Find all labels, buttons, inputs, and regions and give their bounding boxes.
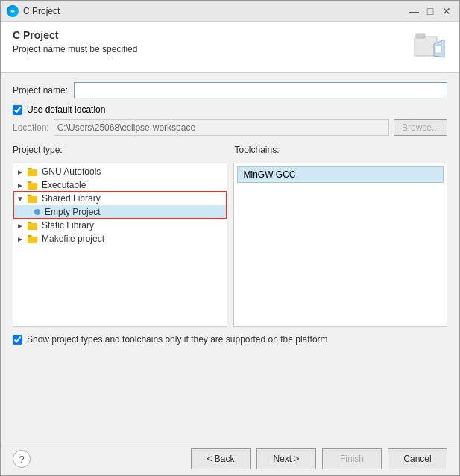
titlebar: C Project — □ ✕	[1, 1, 459, 22]
header-subtitle: Project name must be specified	[13, 44, 137, 54]
shared-library-folder-icon	[27, 193, 39, 204]
header-title: C Project	[13, 29, 137, 41]
project-type-label: Project type:	[13, 145, 226, 155]
dialog: C Project — □ ✕ C Project Project name m…	[0, 0, 460, 476]
executable-label: Executable	[42, 180, 86, 190]
location-row: Location: Browse...	[13, 119, 447, 136]
show-supported-row: Show project types and toolchains only i…	[13, 334, 447, 345]
makefile-project-toggle: ►	[16, 235, 27, 243]
project-name-row: Project name:	[13, 82, 447, 98]
toolchains-label: Toolchains:	[235, 145, 448, 155]
project-name-label: Project name:	[13, 85, 68, 95]
project-type-panel[interactable]: ► GNU Autotools ► Executable	[13, 163, 227, 327]
two-col-panel: ► GNU Autotools ► Executable	[13, 163, 447, 327]
empty-project-dot	[34, 209, 40, 215]
back-button[interactable]: < Back	[191, 448, 251, 469]
footer-buttons: < Back Next > Finish Cancel	[191, 448, 447, 469]
browse-button[interactable]: Browse...	[394, 119, 447, 136]
use-default-checkbox[interactable]	[13, 105, 22, 115]
shared-library-wrapper: ▼ Shared Library Empty Project	[13, 192, 227, 219]
tree-item-static-library[interactable]: ► Static Library	[13, 219, 227, 232]
static-library-label: Static Library	[42, 220, 94, 231]
toolchain-mingw-gcc[interactable]: MinGW GCC	[237, 166, 444, 183]
static-library-folder-icon	[27, 220, 39, 231]
project-name-input[interactable]	[74, 82, 447, 98]
gnu-autotools-folder-icon	[27, 166, 39, 177]
show-supported-label[interactable]: Show project types and toolchains only i…	[27, 334, 328, 345]
svg-rect-5	[28, 183, 37, 190]
default-location-row: Use default location	[13, 104, 447, 115]
maximize-button[interactable]: □	[423, 4, 437, 18]
svg-rect-4	[28, 169, 37, 176]
header-section: C Project Project name must be specified	[1, 22, 459, 73]
finish-button[interactable]: Finish	[322, 448, 382, 469]
header-text: C Project Project name must be specified	[13, 29, 137, 54]
makefile-project-folder-icon	[27, 234, 39, 244]
app-icon	[7, 5, 19, 17]
gnu-autotools-label: GNU Autotools	[42, 166, 101, 177]
help-button[interactable]: ?	[13, 450, 31, 468]
svg-rect-6	[28, 196, 37, 203]
tree-item-executable[interactable]: ► Executable	[13, 178, 227, 192]
shared-library-toggle: ▼	[16, 195, 27, 203]
tree-item-gnu-autotools[interactable]: ► GNU Autotools	[13, 165, 227, 178]
location-input[interactable]	[54, 119, 389, 136]
tree-item-makefile-project[interactable]: ► Makefile project	[13, 232, 227, 245]
use-default-label[interactable]: Use default location	[27, 104, 105, 115]
svg-rect-8	[28, 237, 37, 243]
svg-rect-2	[416, 34, 425, 38]
tree-item-shared-library[interactable]: ▼ Shared Library	[13, 192, 227, 205]
empty-project-label: Empty Project	[45, 207, 101, 217]
titlebar-left: C Project	[7, 5, 60, 17]
tree-item-empty-project[interactable]: Empty Project	[13, 205, 227, 219]
cancel-button[interactable]: Cancel	[388, 448, 447, 469]
content: Project name: Use default location Locat…	[1, 73, 459, 442]
close-button[interactable]: ✕	[440, 4, 453, 18]
svg-rect-7	[28, 223, 37, 230]
project-icon-svg	[412, 29, 447, 65]
next-button[interactable]: Next >	[256, 448, 316, 469]
titlebar-title: C Project	[23, 6, 60, 16]
location-label: Location:	[13, 122, 49, 133]
toolchains-panel[interactable]: MinGW GCC	[233, 163, 448, 327]
titlebar-buttons: — □ ✕	[407, 4, 453, 18]
executable-toggle: ►	[16, 181, 27, 190]
makefile-project-label: Makefile project	[42, 234, 104, 244]
show-supported-checkbox[interactable]	[13, 335, 22, 345]
footer: ? < Back Next > Finish Cancel	[1, 442, 459, 475]
executable-folder-icon	[27, 180, 39, 190]
shared-library-label: Shared Library	[42, 193, 101, 204]
minimize-button[interactable]: —	[407, 4, 420, 18]
svg-rect-3	[435, 46, 441, 53]
gnu-autotools-toggle: ►	[16, 168, 27, 176]
static-library-toggle: ►	[16, 222, 27, 230]
header-icon	[412, 29, 447, 65]
